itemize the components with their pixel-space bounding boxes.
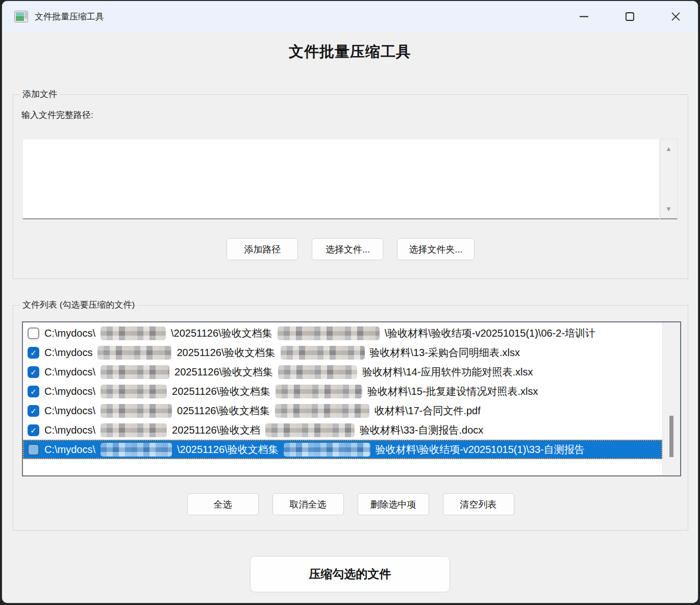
close-icon [670,11,681,22]
add-buttons-row: 添加路径 选择文件... 选择文件夹... [13,238,688,260]
redacted-blur [97,346,171,360]
file-path-text: 20251126\验收文档 [172,423,260,437]
deselect-all-button[interactable]: 取消全选 [272,493,344,515]
app-window: 文件批量压缩工具 文件批量压缩工具 添加文件 输入文件完整路径: ▲ ▼ [2,1,698,603]
app-icon [14,11,28,22]
add-files-group-label: 添加文件 [20,89,60,99]
file-path-text: 验收材料\15-批复建设情况对照表.xlsx [367,385,538,398]
window-title: 文件批量压缩工具 [35,11,104,22]
delete-selected-button[interactable]: 删除选中项 [358,493,429,515]
file-path-text: 20251126\验收文档集 [177,346,275,360]
redacted-blur [265,423,355,437]
list-item[interactable]: ✓C:\mydocs\20251126\验收文档集验收材料\15-批复建设情况对… [23,382,662,401]
checkbox-unchecked-icon[interactable] [28,327,39,339]
file-path-text: C:\mydocs\ [44,366,95,378]
file-path-text: 收材料\17-合同文件.pdf [374,404,481,418]
list-item[interactable]: C:\mydocs\\20251126\验收文档集\验收材料\验收结项-v202… [23,323,662,343]
minimize-icon [579,11,589,22]
path-input-label: 输入文件完整路径: [21,109,93,121]
clear-list-button[interactable]: 清空列表 [443,493,514,515]
title-bar: 文件批量压缩工具 [2,1,698,32]
file-path-text: C:\mydocs [44,347,92,359]
redacted-blur [281,346,365,360]
file-path-text: 20251126\验收文档集 [172,385,270,398]
redacted-blur [101,385,167,398]
redacted-blur [101,404,172,418]
window-controls [568,1,698,32]
add-files-group: 添加文件 输入文件完整路径: ▲ ▼ 添加路径 选择文件... 选择文件夹... [13,94,688,279]
redacted-blur [284,443,370,457]
redacted-blur [101,326,166,340]
close-button[interactable] [660,1,691,32]
path-input-scrollbar[interactable]: ▲ ▼ [660,139,678,219]
file-path-text: \验收材料\验收结项-v20251015(1)\06-2-培训计 [385,326,595,340]
redacted-blur [101,423,167,437]
add-path-button[interactable]: 添加路径 [227,238,298,260]
page-title: 文件批量压缩工具 [2,42,698,62]
file-list: C:\mydocs\\20251126\验收文档集\验收材料\验收结项-v202… [22,321,681,476]
redacted-blur [276,385,362,398]
checkbox-unchecked-icon[interactable] [28,444,39,456]
file-path-text: C:\mydocs\ [44,327,95,339]
scrollbar-thumb[interactable] [669,416,673,457]
file-path-text: C:\mydocs\ [44,386,95,397]
file-list-scrollbar[interactable] [662,322,680,475]
checkbox-checked-icon[interactable]: ✓ [28,386,39,397]
list-item[interactable]: C:\mydocs\\20251126\验收文档集验收材料\验收结项-v2025… [23,440,662,459]
list-item[interactable]: ✓C:\mydocs\20251126\验收文档集验收材料\14-应用软件功能对… [23,362,662,382]
scroll-down-icon[interactable]: ▼ [660,206,677,212]
file-path-text: 验收材料\13-采购合同明细表.xlsx [370,346,520,360]
file-list-group: 文件列表 (勾选要压缩的文件) C:\mydocs\\20251126\验收文档… [13,305,688,531]
path-input[interactable] [22,139,659,219]
file-path-text: 20251126\验收文档集 [174,365,273,379]
file-path-text: \20251126\验收文档集 [177,443,279,457]
list-item[interactable]: ✓C:\mydocs\20251126\验收文档验收材料\33-自测报告.doc… [23,420,662,440]
file-list-rows: C:\mydocs\\20251126\验收文档集\验收材料\验收结项-v202… [23,322,662,475]
file-path-text: C:\mydocs\ [44,444,95,456]
list-item[interactable]: ✓C:\mydocs\0251126\验收文档集收材料\17-合同文件.pdf [23,401,662,420]
file-list-group-label: 文件列表 (勾选要压缩的文件) [20,300,137,310]
maximize-button[interactable] [614,1,645,32]
redacted-blur [101,365,169,379]
redacted-blur [278,365,357,379]
maximize-icon [624,11,635,22]
path-input-area: ▲ ▼ [22,139,678,219]
file-path-text: 验收材料\验收结项-v20251015(1)\33-自测报告 [376,443,585,457]
checkbox-checked-icon[interactable]: ✓ [28,424,39,436]
compress-checked-button[interactable]: 压缩勾选的文件 [250,556,450,592]
select-folder-button[interactable]: 选择文件夹... [397,238,474,260]
checkbox-checked-icon[interactable]: ✓ [28,366,39,378]
file-path-text: 验收材料\14-应用软件功能对照表.xlsx [362,365,533,379]
redacted-blur [101,443,172,457]
redacted-blur [278,326,380,340]
file-path-text: C:\mydocs\ [44,405,95,417]
select-all-button[interactable]: 全选 [187,493,259,515]
list-buttons-row: 全选 取消全选 删除选中项 清空列表 [13,493,688,515]
file-path-text: 0251126\验收文档集 [177,404,270,418]
checkbox-checked-icon[interactable]: ✓ [28,405,39,417]
minimize-button[interactable] [568,1,599,32]
file-path-text: \20251126\验收文档集 [171,326,272,340]
checkbox-checked-icon[interactable]: ✓ [28,347,39,359]
scroll-up-icon[interactable]: ▲ [660,145,677,152]
file-path-text: 验收材料\33-自测报告.docx [360,423,483,437]
list-item[interactable]: ✓C:\mydocs20251126\验收文档集验收材料\13-采购合同明细表.… [23,343,662,362]
redacted-blur [275,404,369,418]
file-path-text: C:\mydocs\ [44,424,95,436]
select-files-button[interactable]: 选择文件... [312,238,383,260]
